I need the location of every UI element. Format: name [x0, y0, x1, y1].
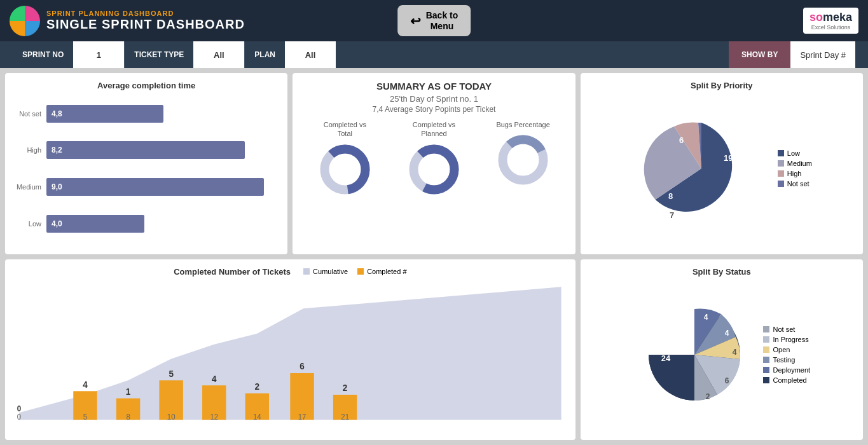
bar-label-high: High: [13, 146, 41, 154]
summary-card: SUMMARY AS OF TODAY 25'th Day of Sprint …: [293, 73, 575, 254]
main-content: Average completion time Not set 4,8 High…: [0, 68, 868, 445]
bar-notset: 4,8: [46, 105, 163, 123]
priority-pie-chart: 19 8 6 7: [631, 110, 771, 228]
plan-value[interactable]: All: [285, 41, 336, 68]
plan-label: PLAN: [245, 41, 285, 68]
bar-row-notset: Not set 4,8: [13, 105, 280, 123]
someka-logo: someka Excel Solutions: [803, 8, 858, 34]
xlabel-17: 17: [298, 413, 307, 422]
avg-completion-card: Average completion time Not set 4,8 High…: [5, 73, 287, 254]
legend-label-open: Open: [773, 346, 790, 353]
completed-chart-area: 4 1 5 4 2 6 2 0 5 8 10 12 14 17 21 0: [13, 280, 568, 420]
legend-dot-notset-s: [763, 326, 769, 332]
dashboard-title: SINGLE SPRINT DASHBOARD: [46, 17, 245, 32]
legend-dot-medium: [778, 160, 784, 167]
legend-label-notset: Not set: [787, 180, 809, 188]
donut-label-3: Bugs Percentage: [496, 120, 549, 129]
legend-cumulative: Cumulative: [303, 268, 348, 275]
sprint-label: SPRINT PLANNING DASHBOARD: [46, 10, 245, 17]
status-slice-completed2: [649, 355, 694, 400]
bar-low: 4,0: [46, 215, 144, 233]
val-day0: 0: [17, 404, 22, 413]
donut-label-2: Completed vsPlanned: [413, 120, 455, 139]
bar-label-notset: Not set: [13, 110, 41, 118]
val-day8: 1: [126, 386, 131, 397]
legend-label-cumulative: Cumulative: [313, 268, 348, 275]
summary-day: 25'th Day of Sprint no. 1: [300, 94, 567, 104]
title-area: SPRINT PLANNING DASHBOARD SINGLE SPRINT …: [46, 10, 245, 32]
avg-completion-chart: Not set 4,8 High 8,2 Medium 9,0 Low: [13, 95, 280, 242]
status-title: Split By Status: [588, 267, 855, 277]
xlabel-10: 10: [167, 413, 176, 422]
donut-chart-3: [496, 133, 550, 187]
legend-dot-low: [778, 150, 784, 156]
val-day10: 5: [169, 368, 174, 379]
legend-dot-deployment: [763, 367, 769, 373]
legend-medium: Medium: [778, 160, 812, 167]
legend-dot-testing: [763, 357, 769, 363]
show-by-label: SHOW BY: [729, 41, 790, 68]
legend-dot-completed: [357, 268, 364, 275]
donut-chart-1: [318, 142, 372, 196]
legend-dot-high: [778, 170, 784, 177]
status-label-4open: 4: [733, 348, 737, 357]
priority-label-8: 8: [668, 191, 673, 201]
summary-title: SUMMARY AS OF TODAY: [300, 81, 567, 92]
logo-icon: [10, 6, 40, 36]
someka-sub: Excel Solutions: [809, 24, 852, 31]
xlabel-14: 14: [253, 413, 261, 422]
status-chart-area: 24 4 4 4 6 2 Not set In Progress: [588, 282, 855, 428]
donut-row: Completed vsTotal Completed vsPlanned Bu…: [300, 120, 567, 196]
logo-area: SPRINT PLANNING DASHBOARD SINGLE SPRINT …: [10, 6, 245, 36]
status-card: Split By Status 24 4: [581, 259, 863, 441]
bar-high: 8,2: [46, 141, 245, 159]
legend-dot-open: [763, 346, 769, 353]
legend-dot-inprogress: [763, 336, 769, 343]
back-to-menu-button[interactable]: ↩ Back toMenu: [397, 5, 471, 37]
summary-avg: 7,4 Average Story Popints per Ticket: [300, 105, 567, 114]
filter-bar: SPRINT NO 1 TICKET TYPE All PLAN All SHO…: [0, 41, 868, 68]
legend-label-low: Low: [787, 149, 800, 157]
completed-tickets-chart: 4 1 5 4 2 6 2 0 5 8 10 12 14 17 21 0: [19, 280, 561, 420]
val-day5: 4: [83, 379, 88, 390]
legend-label-completed: Completed #: [367, 268, 406, 275]
val-day21: 2: [343, 382, 348, 393]
status-label-4dep: 4: [704, 313, 708, 322]
sprint-no-value[interactable]: 1: [73, 41, 124, 68]
show-by-value[interactable]: Sprint Day #: [790, 41, 855, 68]
status-legend: Not set In Progress Open Testing Deploym…: [763, 325, 810, 384]
legend-completed-hash: Completed #: [357, 268, 406, 275]
legend-inprogress: In Progress: [763, 336, 810, 343]
status-pie-chart: 24 4 4 4 6 2: [633, 298, 757, 412]
donut-bugs-percentage: Bugs Percentage: [496, 120, 550, 187]
legend-label-medium: Medium: [787, 160, 812, 167]
val-day17: 6: [300, 360, 305, 371]
status-label-4test: 4: [725, 329, 729, 338]
legend-dot-notset: [778, 181, 784, 187]
legend-dot-completed-s: [763, 377, 769, 383]
priority-chart-area: 19 8 6 7 Low Medium High: [588, 95, 855, 242]
ticket-type-value[interactable]: All: [193, 41, 244, 68]
ticket-type-label: TICKET TYPE: [125, 41, 193, 68]
someka-brand: someka: [809, 11, 852, 24]
legend-label-testing: Testing: [773, 356, 795, 364]
legend-low: Low: [778, 149, 812, 157]
xlabel-5: 5: [83, 413, 88, 422]
bar-container-low: 4,0: [46, 215, 280, 233]
donut-completed-total: Completed vsTotal: [318, 120, 372, 196]
priority-label-7: 7: [670, 210, 674, 220]
legend-dot-cumulative: [303, 268, 310, 275]
completed-tickets-title: Completed Number of Tickets: [174, 267, 291, 277]
legend-completed-s: Completed: [763, 376, 810, 384]
donut-chart-2: [407, 142, 461, 196]
legend-deployment: Deployment: [763, 366, 810, 374]
back-button-label: Back toMenu: [426, 10, 458, 32]
priority-label-6: 6: [679, 135, 684, 145]
priority-label-19: 19: [724, 153, 733, 163]
status-label-24: 24: [661, 353, 671, 363]
val-day14: 2: [255, 381, 260, 392]
chart-legend: Cumulative Completed #: [303, 268, 406, 275]
back-arrow-icon: ↩: [410, 13, 421, 29]
legend-label-deployment: Deployment: [773, 366, 810, 374]
bar-container-notset: 4,8: [46, 105, 280, 123]
